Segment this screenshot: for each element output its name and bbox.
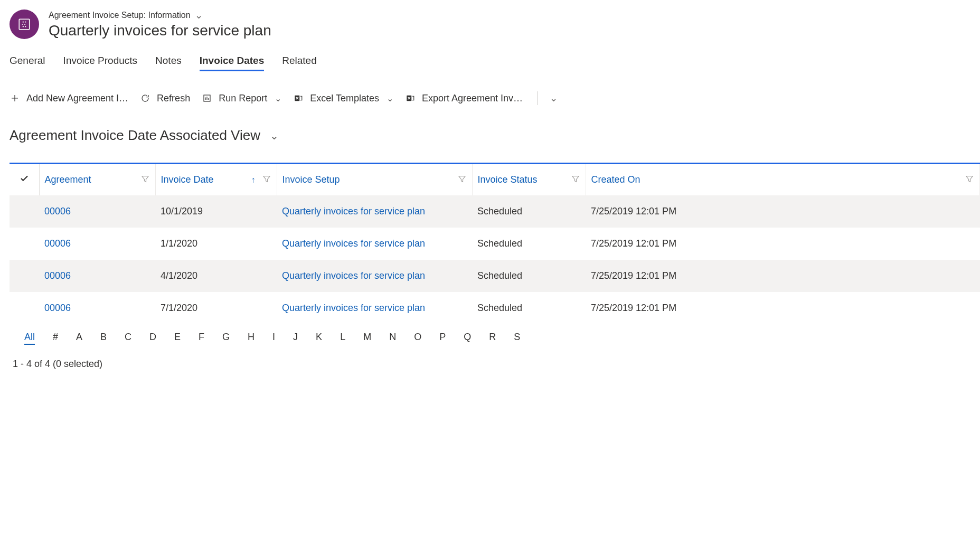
table-row[interactable]: 0000610/1/2019Quarterly invoices for ser… bbox=[10, 195, 980, 228]
breadcrumb-label: Agreement Invoice Setup: Information bbox=[49, 11, 191, 20]
row-checkbox[interactable] bbox=[10, 195, 39, 228]
select-all-checkbox[interactable] bbox=[10, 164, 39, 195]
alpha-filter-item[interactable]: # bbox=[53, 332, 58, 345]
cell-agreement[interactable]: 00006 bbox=[39, 195, 155, 228]
column-header-invoice-setup[interactable]: Invoice Setup bbox=[277, 164, 472, 195]
cell-invoice-status: Scheduled bbox=[472, 292, 586, 324]
refresh-label: Refresh bbox=[157, 93, 190, 104]
run-report-button[interactable]: Run Report ⌄ bbox=[202, 91, 289, 106]
export-button[interactable]: Export Agreement Inv… bbox=[405, 91, 530, 106]
cell-agreement[interactable]: 00006 bbox=[39, 228, 155, 260]
cell-invoice-date: 7/1/2020 bbox=[155, 292, 277, 324]
alpha-filter-item[interactable]: O bbox=[414, 332, 421, 345]
cell-invoice-setup[interactable]: Quarterly invoices for service plan bbox=[277, 292, 472, 324]
tab-related[interactable]: Related bbox=[282, 55, 317, 71]
alpha-filter-item[interactable]: F bbox=[199, 332, 204, 345]
alpha-filter-item[interactable]: Q bbox=[464, 332, 471, 345]
filter-icon[interactable] bbox=[457, 174, 467, 185]
refresh-button[interactable]: Refresh bbox=[140, 91, 197, 106]
alpha-filter-item[interactable]: All bbox=[24, 332, 35, 345]
cell-invoice-status: Scheduled bbox=[472, 195, 586, 228]
entity-icon bbox=[10, 10, 39, 39]
column-label: Invoice Date bbox=[161, 174, 214, 185]
command-bar: Add New Agreement I… Refresh Run Report … bbox=[10, 90, 980, 106]
cell-created-on: 7/25/2019 12:01 PM bbox=[586, 228, 980, 260]
cell-invoice-status: Scheduled bbox=[472, 228, 586, 260]
column-header-invoice-date[interactable]: Invoice Date ↑ bbox=[155, 164, 277, 195]
cell-created-on: 7/25/2019 12:01 PM bbox=[586, 195, 980, 228]
table-row[interactable]: 000064/1/2020Quarterly invoices for serv… bbox=[10, 260, 980, 292]
alpha-filter-item[interactable]: C bbox=[125, 332, 131, 345]
alpha-filter-item[interactable]: I bbox=[272, 332, 275, 345]
cell-invoice-date: 1/1/2020 bbox=[155, 228, 277, 260]
chevron-down-icon: ⌄ bbox=[270, 129, 279, 142]
filter-icon[interactable] bbox=[262, 174, 271, 185]
tab-invoice-dates[interactable]: Invoice Dates bbox=[200, 55, 265, 71]
report-icon bbox=[202, 93, 212, 103]
tab-invoice-products[interactable]: Invoice Products bbox=[63, 55, 137, 71]
page-header: Agreement Invoice Setup: Information ⌄ Q… bbox=[10, 10, 980, 39]
excel-templates-button[interactable]: Excel Templates ⌄ bbox=[293, 91, 401, 106]
excel-icon bbox=[293, 93, 304, 103]
alpha-filter-item[interactable]: N bbox=[389, 332, 396, 345]
alpha-filter-item[interactable]: M bbox=[363, 332, 371, 345]
column-label: Agreement bbox=[45, 174, 91, 185]
alpha-filter-item[interactable]: J bbox=[293, 332, 298, 345]
cell-created-on: 7/25/2019 12:01 PM bbox=[586, 260, 980, 292]
add-new-label: Add New Agreement I… bbox=[26, 93, 128, 104]
table-row[interactable]: 000067/1/2020Quarterly invoices for serv… bbox=[10, 292, 980, 324]
plus-icon bbox=[10, 93, 20, 103]
chevron-down-icon: ⌄ bbox=[195, 10, 203, 21]
cell-agreement[interactable]: 00006 bbox=[39, 260, 155, 292]
column-label: Invoice Setup bbox=[282, 174, 340, 185]
tab-bar: General Invoice Products Notes Invoice D… bbox=[10, 55, 980, 71]
filter-icon[interactable] bbox=[965, 174, 974, 185]
alpha-filter-item[interactable]: D bbox=[149, 332, 156, 345]
column-header-agreement[interactable]: Agreement bbox=[39, 164, 155, 195]
column-label: Created On bbox=[591, 174, 640, 185]
export-label: Export Agreement Inv… bbox=[422, 93, 523, 104]
command-overflow-button[interactable]: ⌄ bbox=[545, 90, 562, 106]
row-checkbox[interactable] bbox=[10, 292, 39, 324]
cell-agreement[interactable]: 00006 bbox=[39, 292, 155, 324]
filter-icon[interactable] bbox=[571, 174, 580, 185]
column-label: Invoice Status bbox=[478, 174, 538, 185]
column-header-invoice-status[interactable]: Invoice Status bbox=[472, 164, 586, 195]
alpha-filter-item[interactable]: R bbox=[489, 332, 496, 345]
view-title-label: Agreement Invoice Date Associated View bbox=[10, 127, 260, 144]
alpha-filter-item[interactable]: P bbox=[439, 332, 446, 345]
column-header-created-on[interactable]: Created On bbox=[586, 164, 980, 195]
run-report-label: Run Report bbox=[219, 93, 267, 104]
alpha-filter-item[interactable]: B bbox=[100, 332, 107, 345]
cell-invoice-setup[interactable]: Quarterly invoices for service plan bbox=[277, 195, 472, 228]
chevron-down-icon: ⌄ bbox=[550, 93, 558, 103]
alpha-filter-bar: All#ABCDEFGHIJKLMNOPQRS bbox=[10, 324, 980, 352]
chevron-down-icon: ⌄ bbox=[275, 93, 281, 103]
row-checkbox[interactable] bbox=[10, 260, 39, 292]
alpha-filter-item[interactable]: L bbox=[340, 332, 345, 345]
tab-notes[interactable]: Notes bbox=[155, 55, 182, 71]
view-selector[interactable]: Agreement Invoice Date Associated View ⌄ bbox=[10, 127, 980, 144]
tab-general[interactable]: General bbox=[10, 55, 45, 71]
alpha-filter-item[interactable]: G bbox=[222, 332, 230, 345]
table-row[interactable]: 000061/1/2020Quarterly invoices for serv… bbox=[10, 228, 980, 260]
alpha-filter-item[interactable]: A bbox=[76, 332, 82, 345]
refresh-icon bbox=[140, 93, 150, 103]
page-title: Quarterly invoices for service plan bbox=[49, 22, 271, 39]
add-new-button[interactable]: Add New Agreement I… bbox=[10, 91, 136, 106]
cell-invoice-setup[interactable]: Quarterly invoices for service plan bbox=[277, 228, 472, 260]
cell-invoice-date: 4/1/2020 bbox=[155, 260, 277, 292]
sort-asc-icon: ↑ bbox=[251, 175, 256, 185]
cell-invoice-setup[interactable]: Quarterly invoices for service plan bbox=[277, 260, 472, 292]
breadcrumb[interactable]: Agreement Invoice Setup: Information ⌄ bbox=[49, 10, 271, 21]
chevron-down-icon: ⌄ bbox=[387, 93, 393, 103]
row-checkbox[interactable] bbox=[10, 228, 39, 260]
alpha-filter-item[interactable]: E bbox=[174, 332, 181, 345]
alpha-filter-item[interactable]: H bbox=[248, 332, 255, 345]
alpha-filter-item[interactable]: S bbox=[514, 332, 520, 345]
cell-created-on: 7/25/2019 12:01 PM bbox=[586, 292, 980, 324]
cell-invoice-status: Scheduled bbox=[472, 260, 586, 292]
command-separator bbox=[538, 91, 538, 105]
filter-icon[interactable] bbox=[140, 174, 150, 185]
alpha-filter-item[interactable]: K bbox=[316, 332, 322, 345]
